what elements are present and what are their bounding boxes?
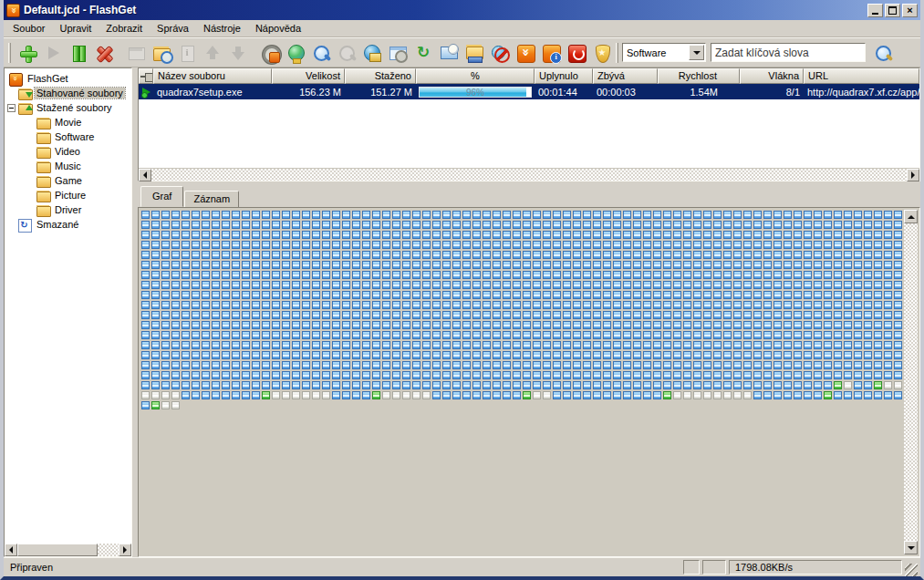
- graph-vertical-scrollbar[interactable]: [904, 210, 918, 554]
- browser-integration-button[interactable]: [385, 40, 410, 65]
- scrollbar-track[interactable]: [98, 544, 119, 556]
- block-done: [292, 351, 300, 359]
- block-done: [442, 291, 451, 299]
- scroll-left-button[interactable]: [5, 544, 17, 556]
- block-done: [543, 261, 551, 269]
- scroll-down-button[interactable]: [904, 541, 918, 554]
- block-done: [342, 311, 350, 319]
- block-done: [432, 341, 441, 349]
- tab-graf[interactable]: Graf: [140, 186, 183, 207]
- block-done: [192, 361, 200, 369]
- block-done: [593, 281, 601, 289]
- scrollbar-thumb[interactable]: [17, 544, 98, 556]
- column-header-speed[interactable]: Rychlost: [658, 68, 740, 84]
- block-done: [874, 311, 882, 319]
- tree-item-downloading[interactable]: Stahované soubory: [5, 86, 131, 100]
- scroll-right-button[interactable]: [119, 544, 131, 556]
- block-done: [884, 351, 892, 359]
- security-button[interactable]: [589, 40, 615, 65]
- tree-item-movie[interactable]: Movie: [5, 115, 131, 129]
- block-done: [232, 291, 240, 299]
- tab-zaznam[interactable]: Záznam: [184, 191, 239, 208]
- column-header-downloaded[interactable]: Staženo: [345, 68, 416, 84]
- block-done: [352, 311, 360, 319]
- block-done: [613, 381, 621, 389]
- block-empty: [683, 391, 691, 399]
- column-header-elapsed[interactable]: Uplynulo: [535, 68, 593, 84]
- search-category-select[interactable]: Software: [622, 43, 706, 62]
- arrow-left-icon: [143, 171, 147, 179]
- close-button[interactable]: ×: [902, 4, 918, 17]
- tree-item-game[interactable]: Game: [5, 173, 131, 188]
- search-input[interactable]: [711, 43, 866, 62]
- resize-grip[interactable]: [905, 564, 918, 576]
- maximize-button[interactable]: [885, 4, 900, 17]
- block-done: [192, 271, 200, 279]
- tree-item-picture[interactable]: Picture: [5, 188, 131, 202]
- column-header-name[interactable]: Název souboru: [153, 68, 272, 84]
- open-folder-button[interactable]: [149, 40, 174, 65]
- block-done: [141, 291, 150, 299]
- scroll-up-button[interactable]: [904, 210, 918, 223]
- block-done: [753, 271, 762, 279]
- offline-mode-button[interactable]: [487, 40, 513, 65]
- search-go-icon[interactable]: [873, 43, 893, 63]
- block-done: [553, 211, 561, 219]
- shutdown-button[interactable]: [564, 40, 589, 65]
- block-done: [703, 361, 711, 369]
- column-header-url[interactable]: URL: [804, 68, 919, 84]
- toolbar-grip[interactable]: [8, 43, 11, 63]
- site-explorer-button[interactable]: [283, 40, 308, 65]
- block-done: [232, 221, 240, 229]
- web-button[interactable]: [359, 40, 385, 65]
- block-done: [733, 281, 742, 289]
- minimize-button[interactable]: [867, 4, 883, 17]
- scheduler-button[interactable]: [436, 40, 462, 65]
- list-horizontal-scrollbar[interactable]: [139, 168, 919, 181]
- flashget-info-button[interactable]: [538, 40, 564, 65]
- scrollbar-track[interactable]: [151, 169, 907, 181]
- block-done: [773, 211, 782, 219]
- search-toolbar-grip[interactable]: [616, 43, 618, 63]
- tree-item-driver[interactable]: Driver: [5, 202, 131, 217]
- tree-item-deleted[interactable]: Smazané: [5, 217, 131, 232]
- search-button[interactable]: [308, 40, 334, 65]
- tree-item-music[interactable]: Music: [5, 159, 131, 173]
- download-row[interactable]: quadrax7setup.exe 156.23 M 151.27 M 96% …: [139, 84, 919, 99]
- block-done: [633, 211, 641, 219]
- column-header-size[interactable]: Velikost: [272, 68, 345, 84]
- tree-item-software[interactable]: Software: [5, 129, 131, 144]
- scrollbar-track[interactable]: [904, 223, 918, 541]
- menu-zobrazit[interactable]: Zobrazit: [99, 21, 150, 36]
- scroll-right-button[interactable]: [907, 169, 919, 181]
- block-done: [563, 371, 571, 379]
- collapse-expander-icon[interactable]: [7, 104, 16, 112]
- tree-item-video[interactable]: Video: [5, 144, 131, 159]
- scroll-left-button[interactable]: [139, 169, 151, 181]
- add-button[interactable]: [15, 40, 40, 65]
- tree-item-downloaded[interactable]: Stažené soubory: [5, 100, 131, 115]
- column-header-remaining[interactable]: Zbývá: [593, 68, 658, 84]
- column-header-threads[interactable]: Vlákna: [740, 68, 804, 84]
- menu-napoveda[interactable]: Nápověda: [248, 21, 308, 36]
- pause-button[interactable]: [66, 40, 91, 65]
- flashget-mini-button[interactable]: [513, 40, 538, 65]
- menu-upravit[interactable]: Upravit: [52, 21, 99, 36]
- block-done: [422, 371, 431, 379]
- options-button[interactable]: [257, 40, 283, 65]
- remote-folder-button[interactable]: [462, 40, 487, 65]
- menu-sprava[interactable]: Správa: [150, 21, 196, 36]
- sidebar-horizontal-scrollbar[interactable]: [5, 544, 131, 556]
- refresh-button[interactable]: [410, 40, 436, 65]
- combo-dropdown-button[interactable]: [689, 45, 704, 60]
- block-done: [332, 321, 340, 329]
- block-done: [503, 381, 511, 389]
- menu-nastroje[interactable]: Nástroje: [196, 21, 248, 36]
- column-header-percent[interactable]: %: [416, 68, 535, 84]
- block-done: [212, 261, 220, 269]
- delete-button[interactable]: [91, 40, 117, 65]
- block-done: [784, 351, 792, 359]
- menu-soubor[interactable]: Soubor: [5, 21, 52, 36]
- tree-item-flashget-root[interactable]: FlashGet: [5, 71, 131, 86]
- pin-column-header[interactable]: [139, 68, 153, 84]
